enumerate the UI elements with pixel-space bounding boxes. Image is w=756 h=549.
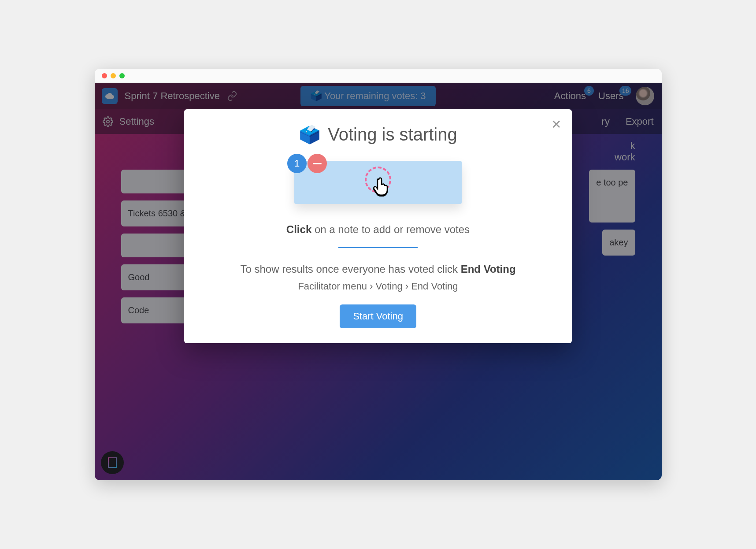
modal-title-text: Voting is starting [328,125,457,145]
window-close-dot[interactable] [102,73,107,78]
start-voting-button[interactable]: Start Voting [340,304,416,328]
minus-icon [313,163,322,164]
demo-illustration: 1 [202,161,554,204]
line2-bold: End Voting [461,263,516,275]
ballot-box-icon: 🗳️ [299,124,321,145]
modal-title: 🗳️ Voting is starting [202,124,554,145]
modal-overlay: ✕ 🗳️ Voting is starting 1 [95,83,662,480]
close-icon[interactable]: ✕ [551,117,561,132]
modal-instruction-1: Click on a note to add or remove votes [202,223,554,236]
click-rest: on a note to add or remove votes [311,223,470,235]
window-minimize-dot[interactable] [111,73,116,78]
modal-instruction-2: To show results once everyone has voted … [202,263,554,275]
voting-modal: ✕ 🗳️ Voting is starting 1 [184,109,572,343]
window-titlebar [95,69,662,83]
pointer-hand-icon [373,177,390,196]
window-zoom-dot[interactable] [119,73,125,78]
click-bold: Click [286,223,311,235]
line2-pre: To show results once everyone has voted … [240,263,460,275]
divider [338,247,418,248]
vote-count-badge: 1 [287,154,307,173]
vote-remove-badge [308,154,327,173]
demo-note: 1 [294,161,462,204]
app-window: Sprint 7 Retrospective 🗳️ Your remaining… [95,69,662,480]
app-surface: Sprint 7 Retrospective 🗳️ Your remaining… [95,83,662,480]
modal-breadcrumb: Facilitator menu › Voting › End Voting [202,281,554,292]
